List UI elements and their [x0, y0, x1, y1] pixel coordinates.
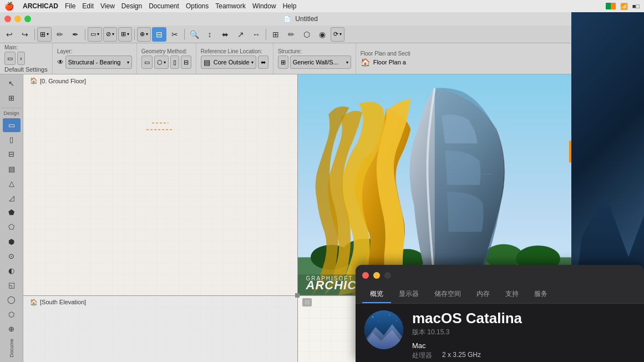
pencil-tool[interactable]: ✏ — [53, 27, 67, 42]
tab-memory[interactable]: 内存 — [469, 286, 498, 303]
annotation-btn[interactable]: ✏ — [284, 27, 298, 42]
menu-archicad[interactable]: ARCHICAD — [23, 2, 58, 10]
tab-display[interactable]: 显示器 — [391, 286, 427, 303]
curtain-wall-tool[interactable]: ⊙ — [3, 249, 21, 263]
menu-file[interactable]: File — [65, 2, 75, 10]
dialog-max-btn[interactable] — [384, 272, 391, 279]
tab-overview[interactable]: 概览 — [362, 286, 391, 303]
tab-storage[interactable]: 储存空间 — [427, 286, 469, 303]
menu-teamwork[interactable]: Teamwork — [215, 2, 246, 10]
window-title: 📄 Untitled — [34, 15, 567, 23]
menu-document[interactable]: Document — [149, 2, 179, 10]
view-3d-dropdown[interactable]: ⟳▾ — [331, 27, 344, 42]
refline-side-btn[interactable]: ⬌ — [258, 56, 268, 69]
door-tool[interactable]: ◐ — [3, 264, 21, 277]
macos-logo — [364, 310, 403, 349]
column-tool[interactable]: ▯ — [3, 133, 21, 147]
refline-content: ▤ Core Outside ▾ ⬌ — [201, 56, 268, 69]
section-btn[interactable]: ◉ — [315, 27, 329, 42]
pan-tool[interactable]: ↕ — [202, 27, 217, 42]
rect-tool-btn[interactable]: ▭ — [4, 52, 16, 65]
slab-tool[interactable]: ▤ — [3, 162, 21, 175]
railing-tool[interactable]: ⬢ — [3, 235, 21, 248]
apple-menu[interactable]: 🍎 — [4, 2, 14, 11]
tab-support[interactable]: 支持 — [498, 286, 526, 303]
menu-view[interactable]: View — [100, 2, 115, 10]
3d-view-pane[interactable]: [3D / All] — [298, 74, 572, 295]
shape-dropdown[interactable]: ▭▾ — [88, 27, 102, 42]
marquee-tool[interactable]: ⊞ — [3, 91, 21, 104]
rotate-tool[interactable]: ↗ — [234, 27, 248, 42]
structure-dropdown-btn[interactable]: Generic Wall/S...▾ — [290, 56, 351, 69]
south-elevation-pane[interactable]: 🏠 [South Elevation] — [23, 296, 297, 362]
geo-btn-1[interactable]: ▭ — [141, 56, 153, 69]
geo-btn-4[interactable]: ⊟ — [181, 56, 191, 69]
geometry-section: Geometry Method: ▭ ⬡▾ ▯ ⊟ — [137, 43, 196, 74]
mesh-tool[interactable]: ⊕ — [3, 322, 21, 335]
refline-dropdown-btn[interactable]: ▤ Core Outside ▾ — [201, 56, 256, 69]
grid-display-btn[interactable]: ⊞ — [268, 27, 283, 42]
refline-section: Reference Line Location: ▤ Core Outside … — [196, 43, 273, 74]
pen-tool[interactable]: ✒ — [68, 27, 83, 42]
wall-tool-active[interactable]: ⊟ — [152, 27, 166, 42]
menu-help[interactable]: Help — [283, 2, 297, 10]
floor-plan-section: Floor Plan and Secti 🏠 Floor Plan a — [356, 43, 415, 74]
beam-tool[interactable]: ⊟ — [3, 148, 21, 161]
viewport-resize-handle[interactable] — [295, 293, 300, 298]
hw-row-cpu: 处理器 2 x 3.25 GHz — [412, 351, 635, 360]
menu-design[interactable]: Design — [121, 2, 142, 10]
wifi-icon[interactable]: 📶 — [620, 3, 628, 10]
geo-btn-2[interactable]: ⬡▾ — [154, 56, 169, 69]
wall-panel-tool[interactable]: ▭ — [3, 118, 21, 132]
default-settings-label: Default Settings — [4, 66, 48, 73]
constraint-dropdown[interactable]: ⊘▾ — [103, 27, 117, 42]
geometry-label: Geometry Method: — [141, 48, 191, 54]
dialog-content: macOS Catalina 版本 10.15.3 Mac 处理器 2 x 3.… — [356, 304, 644, 362]
hw-label: Mac — [412, 341, 635, 350]
dialog-close-btn[interactable] — [362, 272, 369, 279]
trim-tool[interactable]: ✂ — [168, 27, 182, 42]
view-options-dropdown[interactable]: ⊞▾ — [37, 27, 52, 42]
shell-tool[interactable]: ◿ — [3, 191, 21, 204]
main-section: Main: ▭ › Default Settings — [0, 43, 53, 74]
morph-tool[interactable]: ⬟ — [3, 206, 21, 219]
minimize-button[interactable] — [14, 16, 21, 22]
zoom-tool[interactable]: 🔍 — [187, 27, 201, 42]
main-expand-btn[interactable]: › — [17, 52, 25, 65]
svg-point-17 — [378, 321, 378, 321]
menu-bar: 🍎 ARCHICAD File Edit View Design Documen… — [0, 0, 644, 12]
menu-window[interactable]: Window — [252, 2, 276, 10]
layer-dropdown-btn[interactable]: Structural - Bearing▾ — [65, 56, 132, 69]
redo-button[interactable]: ↪ — [18, 27, 32, 42]
ground-floor-pane[interactable]: 🏠 [0. Ground Floor] — [23, 74, 297, 295]
geo-btn-3[interactable]: ▯ — [170, 56, 179, 69]
structure-icon-btn[interactable]: ⊞ — [278, 56, 288, 69]
mirror-tool[interactable]: ↔ — [249, 27, 263, 42]
main-content: ▭ › — [4, 52, 48, 65]
left-tool-panel: ↖ ⊞ Design ▭ ▯ ⊟ ▤ △ ◿ ⬟ ⬠ ⬢ ⊙ ◐ ◱ ◯ ⬡ ⊕… — [0, 74, 23, 362]
scroll-indicator[interactable] — [569, 140, 571, 163]
dialog-title-bar — [356, 265, 644, 286]
snap-dropdown[interactable]: ⊕▾ — [137, 27, 151, 42]
maximize-button[interactable] — [24, 16, 31, 22]
menu-edit[interactable]: Edit — [82, 2, 94, 10]
grid-dropdown[interactable]: ⊞▾ — [118, 27, 132, 42]
stair-tool[interactable]: ⬠ — [3, 220, 21, 234]
svg-point-15 — [389, 314, 390, 315]
lamp-tool[interactable]: ⬡ — [3, 308, 21, 321]
title-bar: 📄 Untitled — [0, 12, 571, 26]
select-tool[interactable]: ↖ — [3, 77, 21, 90]
dialog-min-btn[interactable] — [373, 272, 380, 279]
tab-service[interactable]: 服务 — [526, 286, 555, 303]
close-button[interactable] — [4, 16, 11, 22]
layer-section: Layer: 👁 Structural - Bearing▾ — [53, 43, 137, 74]
menu-options[interactable]: Options — [186, 2, 209, 10]
window-tool[interactable]: ◱ — [3, 279, 21, 292]
layer-content: 👁 Structural - Bearing▾ — [57, 56, 132, 69]
building-svg — [298, 74, 572, 295]
undo-button[interactable]: ↩ — [2, 27, 17, 42]
roof-tool[interactable]: △ — [3, 177, 21, 190]
3d-btn[interactable]: ⬡ — [300, 27, 314, 42]
object-tool[interactable]: ◯ — [3, 293, 21, 306]
move-tool[interactable]: ⬌ — [218, 27, 232, 42]
